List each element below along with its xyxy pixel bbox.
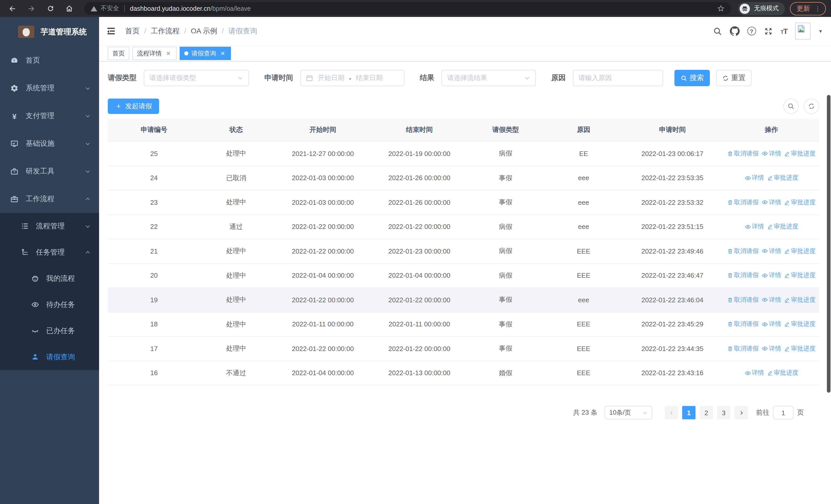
action-label: 详情 (769, 247, 781, 256)
sidebar-item-process-manage[interactable]: 流程管理 (0, 213, 99, 239)
approval-progress-action-link[interactable]: 审批进度 (784, 247, 815, 256)
leave-type-select[interactable]: 请选择请假类型 (144, 70, 249, 86)
table-body: 25处理中2021-12-27 00:00:002022-01-19 00:00… (108, 142, 819, 385)
breadcrumb-item[interactable]: 工作流程 (140, 26, 180, 36)
sidebar-item-home[interactable]: 首页 (0, 47, 99, 75)
approval-progress-action-link[interactable]: 审批进度 (784, 320, 815, 329)
detail-action-link[interactable]: 详情 (762, 271, 781, 280)
scrollbar-thumb[interactable] (827, 95, 830, 393)
detail-action-link[interactable]: 详情 (762, 345, 781, 353)
avatar[interactable] (795, 23, 810, 39)
next-page-button[interactable] (735, 406, 748, 419)
cell: 2022-01-22 23:49:46 (621, 247, 724, 255)
tag-process-detail[interactable]: 流程详情 ✕ (133, 47, 177, 60)
goto-page-input[interactable]: 1 (773, 406, 794, 419)
breadcrumb-item[interactable]: 首页 (125, 26, 140, 36)
cell: eee (546, 199, 621, 206)
fullscreen-button[interactable] (764, 26, 773, 36)
cancel-leave-action-link[interactable]: 取消请假 (727, 247, 758, 256)
toggle-search-button[interactable] (783, 98, 799, 114)
page-button-3[interactable]: 3 (717, 406, 730, 419)
tag-leave-query-active[interactable]: 请假查询 ✕ (180, 47, 231, 60)
cancel-leave-action-link[interactable]: 取消请假 (727, 320, 758, 329)
cell: 16 (108, 369, 200, 377)
sidebar-item-system[interactable]: 系统管理 (0, 75, 99, 102)
detail-action-link[interactable]: 详情 (762, 296, 781, 304)
detail-action-link[interactable]: 详情 (762, 149, 781, 158)
approval-progress-action-link[interactable]: 审批进度 (767, 174, 798, 182)
cell: 2022-01-04 00:00:00 (272, 272, 374, 279)
detail-action-link[interactable]: 详情 (745, 174, 764, 182)
cell: 2022-01-22 00:00:00 (272, 223, 374, 231)
browser-back-button[interactable] (5, 1, 20, 16)
cell: 2021-12-27 00:00:00 (272, 150, 374, 157)
browser-home-button[interactable] (62, 1, 77, 16)
row-actions: 取消请假详情审批进度 (724, 345, 819, 353)
create-leave-button[interactable]: ＋ 发起请假 (108, 98, 159, 114)
reset-button[interactable]: 重置 (716, 70, 751, 86)
cell: 处理中 (200, 271, 272, 280)
approval-progress-action-link[interactable]: 审批进度 (784, 296, 815, 304)
detail-action-link[interactable]: 详情 (762, 198, 781, 207)
action-label: 取消请假 (734, 247, 758, 256)
detail-action-link[interactable]: 详情 (762, 247, 781, 256)
reason-input[interactable]: 请输入原因 (573, 70, 663, 86)
browser-menu-icon[interactable]: ⋮ (814, 5, 821, 12)
prev-page-button[interactable] (665, 406, 678, 419)
apply-time-range-picker[interactable]: 开始日期 - 结束日期 (300, 70, 404, 86)
sidebar-item-todo-tasks[interactable]: 待办任务 (0, 292, 99, 318)
refresh-table-button[interactable] (804, 98, 819, 114)
approval-progress-action-link[interactable]: 审批进度 (767, 369, 798, 378)
browser-update-button[interactable]: 更新 ⋮ (790, 2, 826, 15)
approval-progress-action-link[interactable]: 审批进度 (784, 271, 815, 280)
avatar-dropdown-caret-icon[interactable]: ▼ (818, 28, 823, 34)
approval-progress-action-link[interactable]: 审批进度 (767, 223, 798, 231)
sidebar-item-infra[interactable]: 基础设施 (0, 130, 99, 157)
page-button-1[interactable]: 1 (682, 406, 695, 419)
close-icon[interactable]: ✕ (165, 50, 172, 57)
sidebar-item-my-process[interactable]: 我的流程 (0, 265, 99, 292)
cancel-leave-action-link[interactable]: 取消请假 (727, 345, 758, 353)
github-link[interactable] (730, 26, 740, 36)
sidebar-item-done-tasks[interactable]: 已办任务 (0, 318, 99, 344)
result-select[interactable]: 请选择流结果 (441, 70, 536, 86)
sidebar-item-task-manage[interactable]: 任务管理 (0, 239, 99, 265)
address-bar[interactable]: 不安全 dashboard.yudao.iocoder.cn /bpm/oa/l… (84, 2, 731, 15)
trash-icon (727, 322, 733, 327)
action-label: 审批进度 (791, 198, 815, 207)
detail-action-link[interactable]: 详情 (762, 320, 781, 329)
page-size-select[interactable]: 10条/页 (605, 406, 652, 419)
cancel-leave-action-link[interactable]: 取消请假 (727, 271, 758, 280)
sidebar-item-leave-query[interactable]: 请假查询 (0, 344, 99, 370)
action-label: 取消请假 (734, 345, 758, 353)
tag-home[interactable]: 首页 (108, 47, 130, 60)
cell: 2022-01-19 00:00:00 (374, 150, 465, 157)
approval-progress-action-link[interactable]: 审批进度 (784, 198, 815, 207)
approval-progress-action-link[interactable]: 审批进度 (784, 345, 815, 353)
page-button-2[interactable]: 2 (699, 406, 713, 419)
bookmark-star-icon[interactable] (717, 5, 725, 12)
url-path: /bpm/oa/leave (210, 5, 251, 12)
close-icon[interactable]: ✕ (219, 50, 226, 57)
breadcrumb-item[interactable]: OA 示例 (180, 26, 218, 36)
sidebar-item-pay[interactable]: ¥ 支付管理 (0, 102, 99, 130)
sidebar-item-dev[interactable]: 研发工具 (0, 157, 99, 185)
app-logo[interactable]: 芋道管理系统 (0, 17, 99, 47)
gear-icon (10, 84, 19, 92)
approval-progress-action-link[interactable]: 审批进度 (784, 149, 815, 158)
font-size-button[interactable]: TT (781, 27, 787, 35)
detail-action-link[interactable]: 详情 (745, 223, 764, 231)
search-button[interactable]: 搜索 (675, 70, 710, 86)
sidebar-item-workflow[interactable]: 工作流程 (0, 185, 99, 213)
header-search-button[interactable] (713, 26, 722, 36)
browser-reload-button[interactable] (43, 1, 57, 16)
cancel-leave-action-link[interactable]: 取消请假 (727, 149, 758, 158)
sidebar-collapse-button[interactable] (106, 26, 116, 36)
start-date-placeholder: 开始日期 (318, 73, 344, 83)
detail-action-link[interactable]: 详情 (745, 369, 764, 378)
help-icon[interactable]: ? (747, 27, 756, 35)
browser-forward-button[interactable] (24, 1, 38, 16)
eye-icon (745, 175, 751, 181)
cancel-leave-action-link[interactable]: 取消请假 (727, 296, 758, 304)
cancel-leave-action-link[interactable]: 取消请假 (727, 198, 758, 207)
